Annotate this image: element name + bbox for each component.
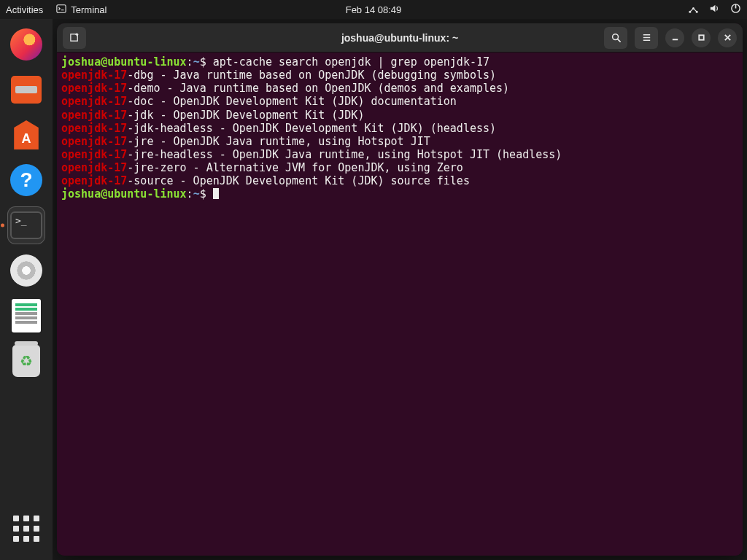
new-tab-button[interactable] xyxy=(63,27,86,49)
cursor xyxy=(213,188,219,199)
network-icon[interactable] xyxy=(688,3,699,16)
software-center-icon xyxy=(11,120,42,149)
terminal-small-icon xyxy=(56,4,66,16)
terminal-line: openjdk-17-jre-headless - OpenJDK Java r… xyxy=(61,148,738,161)
trash-icon xyxy=(12,345,40,377)
dock-help[interactable]: ? xyxy=(8,162,44,198)
terminal-line: openjdk-17-jre-zero - Alternative JVM fo… xyxy=(61,161,738,174)
search-button[interactable] xyxy=(604,27,627,49)
svg-rect-0 xyxy=(57,4,66,12)
terminal-line: openjdk-17-dbg - Java runtime based on O… xyxy=(61,69,738,82)
terminal-line: openjdk-17-jre - OpenJDK Java runtime, u… xyxy=(61,135,738,148)
terminal-line: openjdk-17-demo - Java runtime based on … xyxy=(61,82,738,95)
terminal-window: joshua@ubuntu-linux: ~ joshua@ubuntu-lin… xyxy=(57,23,743,556)
dock-files[interactable] xyxy=(8,71,44,108)
hamburger-menu-button[interactable] xyxy=(635,27,658,49)
close-button[interactable] xyxy=(718,28,737,47)
show-apps-button[interactable] xyxy=(8,510,44,547)
dock-software[interactable] xyxy=(8,117,44,153)
activities-button[interactable]: Activities xyxy=(6,4,43,15)
clock[interactable]: Feb 14 08:49 xyxy=(346,4,402,15)
dock-trash[interactable] xyxy=(8,343,44,379)
minimize-button[interactable] xyxy=(665,28,684,47)
terminal-line: joshua@ubuntu-linux:~$ xyxy=(61,187,738,201)
terminal-line: openjdk-17-doc - OpenJDK Development Kit… xyxy=(61,95,738,108)
terminal-line: openjdk-17-jdk - OpenJDK Development Kit… xyxy=(61,109,738,122)
dock-disks[interactable] xyxy=(8,252,44,289)
files-icon xyxy=(11,76,42,104)
volume-icon[interactable] xyxy=(709,3,720,16)
dock-text-editor[interactable] xyxy=(8,298,44,334)
dock-terminal[interactable] xyxy=(8,207,44,244)
svg-line-9 xyxy=(617,39,620,42)
window-title: joshua@ubuntu-linux: ~ xyxy=(341,32,458,44)
terminal-line: openjdk-17-source - OpenJDK Development … xyxy=(61,174,738,187)
terminal-line: joshua@ubuntu-linux:~$ apt-cache search … xyxy=(61,55,738,69)
maximize-button[interactable] xyxy=(692,28,711,47)
svg-rect-14 xyxy=(699,35,703,39)
app-menu-label: Terminal xyxy=(71,4,107,15)
app-menu[interactable]: Terminal xyxy=(56,4,107,16)
terminal-body[interactable]: joshua@ubuntu-linux:~$ apt-cache search … xyxy=(57,52,743,556)
terminal-icon xyxy=(10,211,42,239)
help-icon: ? xyxy=(10,164,42,196)
disc-icon xyxy=(10,254,42,287)
dock: ? xyxy=(0,19,53,560)
top-bar: Activities Terminal Feb 14 08:49 xyxy=(0,0,747,19)
power-icon[interactable] xyxy=(730,3,741,16)
text-editor-icon xyxy=(12,299,41,332)
firefox-icon xyxy=(10,28,42,61)
titlebar[interactable]: joshua@ubuntu-linux: ~ xyxy=(57,23,743,52)
dock-firefox[interactable] xyxy=(8,26,44,63)
terminal-line: openjdk-17-jdk-headless - OpenJDK Develo… xyxy=(61,122,738,135)
